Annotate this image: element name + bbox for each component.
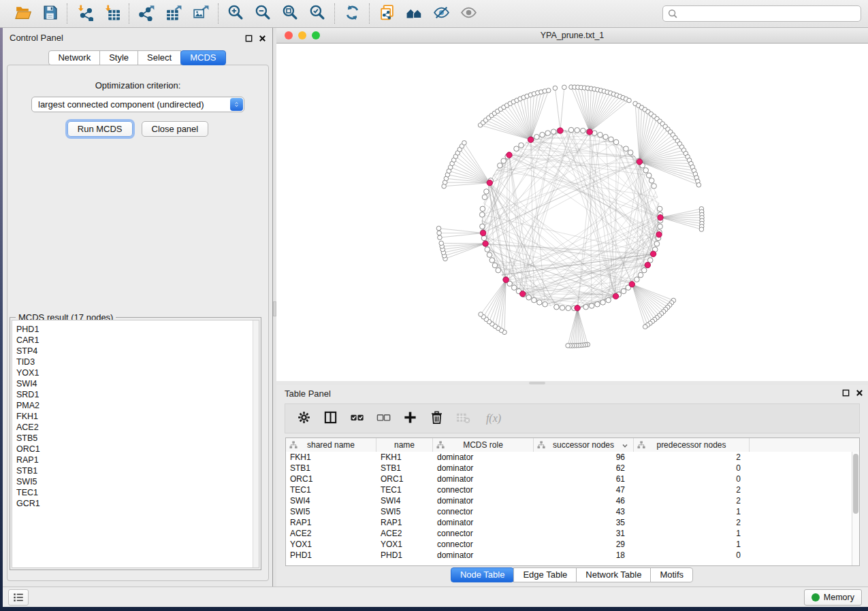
table-row[interactable]: SWI4SWI4dominator462 bbox=[286, 495, 859, 506]
clone-network-button[interactable] bbox=[376, 3, 397, 24]
cell-predecessor-nodes[interactable]: 1 bbox=[634, 506, 750, 517]
table-row[interactable]: STB1STB1dominator620 bbox=[286, 463, 859, 474]
cell-successor-nodes[interactable]: 47 bbox=[534, 484, 634, 495]
cell-MCDS-role[interactable]: dominator bbox=[433, 474, 534, 484]
result-node-item[interactable]: STB1 bbox=[16, 465, 259, 476]
close-panel-button[interactable]: Close panel bbox=[142, 121, 209, 137]
cell-shared-name[interactable]: STB1 bbox=[286, 463, 376, 474]
table-row[interactable]: FKH1FKH1dominator962 bbox=[286, 452, 859, 463]
export-network-button[interactable] bbox=[136, 3, 157, 24]
result-node-item[interactable]: SWI5 bbox=[16, 476, 259, 487]
result-node-item[interactable]: STB5 bbox=[16, 433, 259, 444]
cell-predecessor-nodes[interactable]: 2 bbox=[634, 517, 750, 528]
add-column-button[interactable] bbox=[402, 411, 417, 426]
cell-successor-nodes[interactable]: 18 bbox=[534, 550, 634, 561]
result-node-item[interactable]: PMA2 bbox=[16, 400, 259, 411]
cell-shared-name[interactable]: PHD1 bbox=[286, 550, 376, 561]
result-node-item[interactable]: SWI4 bbox=[16, 378, 259, 389]
table-settings-gear-button[interactable] bbox=[296, 411, 311, 426]
float-window-icon[interactable] bbox=[244, 33, 253, 46]
cell-predecessor-nodes[interactable]: 2 bbox=[634, 495, 750, 506]
column-header-shared-name[interactable]: shared name bbox=[286, 438, 376, 452]
cell-MCDS-role[interactable]: connector bbox=[433, 506, 534, 517]
deselect-all-rows-button[interactable] bbox=[376, 411, 391, 426]
cell-shared-name[interactable]: YOX1 bbox=[286, 539, 376, 550]
cell-MCDS-role[interactable]: connector bbox=[433, 539, 534, 550]
tab-style[interactable]: Style bbox=[99, 50, 138, 65]
result-node-item[interactable]: FKH1 bbox=[16, 411, 259, 422]
cell-successor-nodes[interactable]: 29 bbox=[534, 539, 634, 550]
result-node-item[interactable]: PHD1 bbox=[16, 324, 259, 335]
import-network-button[interactable] bbox=[74, 3, 95, 24]
cell-predecessor-nodes[interactable]: 2 bbox=[634, 452, 750, 463]
cell-shared-name[interactable]: FKH1 bbox=[286, 452, 376, 463]
save-session-button[interactable] bbox=[39, 3, 60, 24]
cell-name[interactable]: SWI4 bbox=[376, 495, 433, 506]
cell-name[interactable]: ORC1 bbox=[376, 474, 433, 484]
show-panels-button[interactable] bbox=[458, 3, 479, 24]
open-file-button[interactable] bbox=[12, 3, 33, 24]
network-graph[interactable] bbox=[276, 44, 868, 381]
cell-name[interactable]: RAP1 bbox=[376, 517, 433, 528]
cell-shared-name[interactable]: ORC1 bbox=[286, 474, 376, 484]
tab-node-table[interactable]: Node Table bbox=[451, 567, 515, 582]
cell-successor-nodes[interactable]: 96 bbox=[534, 452, 634, 463]
cell-name[interactable]: YOX1 bbox=[376, 539, 433, 550]
close-traffic-light[interactable] bbox=[285, 31, 293, 39]
cell-successor-nodes[interactable]: 62 bbox=[534, 463, 634, 474]
zoom-fit-button[interactable] bbox=[280, 3, 300, 24]
table-row[interactable]: TEC1TEC1connector472 bbox=[286, 484, 859, 495]
cell-successor-nodes[interactable]: 46 bbox=[534, 495, 634, 506]
column-header-MCDS-role[interactable]: MCDS role bbox=[433, 438, 534, 452]
cell-predecessor-nodes[interactable]: 0 bbox=[634, 550, 750, 561]
column-header-predecessor-nodes[interactable]: predecessor nodes bbox=[634, 438, 750, 452]
cell-predecessor-nodes[interactable]: 2 bbox=[634, 484, 750, 495]
cell-MCDS-role[interactable]: dominator bbox=[433, 463, 534, 474]
tab-network-table[interactable]: Network Table bbox=[576, 567, 651, 582]
export-image-button[interactable] bbox=[191, 3, 211, 24]
cell-successor-nodes[interactable]: 61 bbox=[534, 474, 634, 484]
result-node-item[interactable]: SRD1 bbox=[16, 389, 259, 400]
table-row[interactable]: RAP1RAP1dominator352 bbox=[286, 517, 859, 528]
result-scrollbar[interactable] bbox=[253, 320, 259, 567]
toggle-columns-button[interactable] bbox=[323, 411, 338, 426]
column-header-successor-nodes[interactable]: successor nodes bbox=[534, 438, 634, 452]
cell-name[interactable]: STB1 bbox=[376, 463, 433, 474]
tab-motifs[interactable]: Motifs bbox=[650, 567, 693, 582]
cell-MCDS-role[interactable]: dominator bbox=[433, 550, 534, 561]
hide-panels-button[interactable] bbox=[431, 3, 451, 24]
zoom-in-button[interactable] bbox=[225, 3, 246, 24]
result-node-item[interactable]: RAP1 bbox=[16, 455, 259, 465]
table-row[interactable]: YOX1YOX1connector291 bbox=[286, 539, 859, 550]
scrollbar-thumb[interactable] bbox=[853, 454, 858, 514]
result-node-item[interactable]: CAR1 bbox=[16, 335, 259, 346]
result-node-item[interactable]: TID3 bbox=[16, 357, 259, 367]
cell-MCDS-role[interactable]: dominator bbox=[433, 495, 534, 506]
table-row[interactable]: SWI5SWI5connector431 bbox=[286, 506, 859, 517]
tab-mcds[interactable]: MCDS bbox=[180, 50, 225, 65]
table-scrollbar[interactable] bbox=[852, 452, 859, 565]
network-canvas[interactable] bbox=[276, 44, 868, 381]
cell-MCDS-role[interactable]: dominator bbox=[433, 452, 534, 463]
cell-successor-nodes[interactable]: 43 bbox=[534, 506, 634, 517]
cell-name[interactable]: ACE2 bbox=[376, 528, 433, 539]
import-table-button[interactable] bbox=[101, 3, 122, 24]
cell-MCDS-role[interactable]: connector bbox=[433, 484, 534, 495]
run-mcds-button[interactable]: Run MCDS bbox=[67, 121, 133, 137]
cell-predecessor-nodes[interactable]: 1 bbox=[634, 528, 750, 539]
table-row[interactable]: ACE2ACE2connector311 bbox=[286, 528, 859, 539]
table-row[interactable]: PHD1PHD1dominator180 bbox=[286, 550, 859, 561]
cell-shared-name[interactable]: TEC1 bbox=[286, 484, 376, 495]
cell-shared-name[interactable]: RAP1 bbox=[286, 517, 376, 528]
cell-predecessor-nodes[interactable]: 0 bbox=[634, 474, 750, 484]
cell-name[interactable]: TEC1 bbox=[376, 484, 433, 495]
refresh-network-button[interactable] bbox=[342, 3, 362, 24]
memory-button[interactable]: Memory bbox=[804, 589, 862, 606]
cell-successor-nodes[interactable]: 35 bbox=[534, 517, 634, 528]
table-row[interactable]: ORC1ORC1dominator610 bbox=[286, 474, 859, 484]
column-header-name[interactable]: name bbox=[376, 438, 433, 452]
cell-name[interactable]: FKH1 bbox=[376, 452, 433, 463]
cell-name[interactable]: PHD1 bbox=[376, 550, 433, 561]
minimize-traffic-light[interactable] bbox=[298, 31, 306, 39]
zoom-selected-button[interactable] bbox=[307, 3, 327, 24]
